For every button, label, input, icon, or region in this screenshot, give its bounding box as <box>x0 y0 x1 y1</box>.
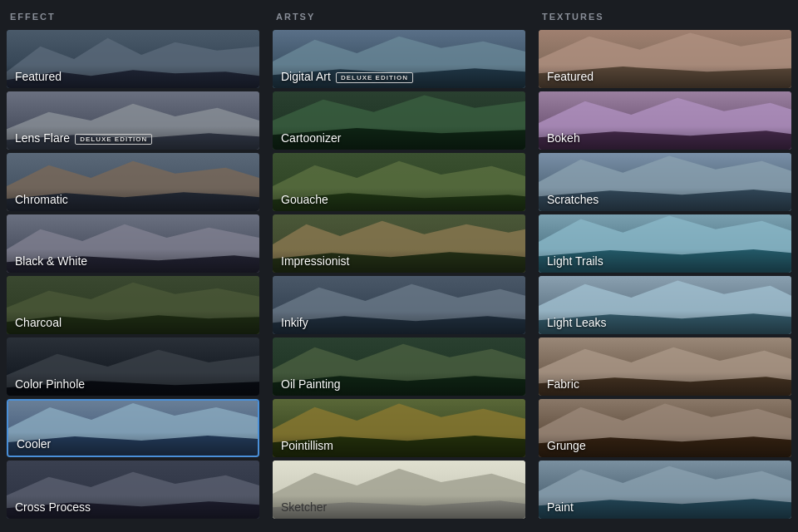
badge-lensflare: DELUXE EDITION <box>75 134 152 145</box>
item-label-pointillism: Pointillism <box>273 434 525 457</box>
item-label-crossprocess: Cross Process <box>7 495 259 519</box>
item-tex-lightleaks[interactable]: Light Leaks <box>539 276 791 334</box>
item-gouache[interactable]: Gouache <box>273 153 525 211</box>
item-label-tex-bokeh: Bokeh <box>539 126 791 150</box>
item-label-cartoonizer: Cartoonizer <box>273 126 525 150</box>
column-effect: EFFECTFeaturedLens FlareDELUXE EDITIONCh… <box>0 0 266 532</box>
item-tex-paint[interactable]: Paint <box>539 461 791 519</box>
column-header-effect: EFFECT <box>7 0 259 30</box>
item-cartoonizer[interactable]: Cartoonizer <box>273 91 525 150</box>
item-digitalart[interactable]: Digital ArtDELUXE EDITION <box>273 30 525 88</box>
column-textures: TEXTURESFeaturedBokehScratchesLight Trai… <box>532 0 798 532</box>
item-blackwhite[interactable]: Black & White <box>7 214 259 273</box>
item-sketcher[interactable]: Sketcher <box>273 461 525 519</box>
item-label-tex-fabric: Fabric <box>539 372 791 396</box>
item-label-colorpinhole: Color Pinhole <box>7 372 259 396</box>
item-label-tex-paint: Paint <box>539 495 791 519</box>
item-label-tex-grunge: Grunge <box>539 434 791 457</box>
column-artsy: ARTSYDigital ArtDELUXE EDITIONCartoonize… <box>266 0 532 532</box>
item-label-tex-lightleaks: Light Leaks <box>539 311 791 334</box>
item-colorpinhole[interactable]: Color Pinhole <box>7 337 259 396</box>
item-tex-featured[interactable]: Featured <box>539 30 791 88</box>
item-label-featured: Featured <box>7 65 259 88</box>
item-label-impressionist: Impressionist <box>273 249 525 273</box>
item-tex-lighttrails[interactable]: Light Trails <box>539 214 791 273</box>
item-label-gouache: Gouache <box>273 188 525 211</box>
item-tex-fabric[interactable]: Fabric <box>539 337 791 396</box>
item-label-cooler: Cooler <box>8 432 258 456</box>
item-label-tex-lighttrails: Light Trails <box>539 249 791 273</box>
item-cooler[interactable]: Cooler <box>7 399 259 457</box>
item-label-inkify: Inkify <box>273 311 525 334</box>
item-label-sketcher: Sketcher <box>273 495 525 519</box>
item-oilpainting[interactable]: Oil Painting <box>273 337 525 396</box>
item-label-tex-scratches: Scratches <box>539 188 791 211</box>
item-crossprocess[interactable]: Cross Process <box>7 461 259 519</box>
item-label-tex-featured: Featured <box>539 65 791 88</box>
item-tex-grunge[interactable]: Grunge <box>539 399 791 457</box>
item-charcoal[interactable]: Charcoal <box>7 276 259 334</box>
item-label-lensflare: Lens FlareDELUXE EDITION <box>7 126 259 150</box>
item-inkify[interactable]: Inkify <box>273 276 525 334</box>
column-header-artsy: ARTSY <box>273 0 525 30</box>
badge-digitalart: DELUXE EDITION <box>336 72 413 83</box>
item-label-oilpainting: Oil Painting <box>273 372 525 396</box>
item-featured[interactable]: Featured <box>7 30 259 88</box>
main-panel: EFFECTFeaturedLens FlareDELUXE EDITIONCh… <box>0 0 798 532</box>
item-tex-bokeh[interactable]: Bokeh <box>539 91 791 150</box>
item-label-digitalart: Digital ArtDELUXE EDITION <box>273 65 525 88</box>
item-label-chromatic: Chromatic <box>7 188 259 211</box>
item-lensflare[interactable]: Lens FlareDELUXE EDITION <box>7 91 259 150</box>
item-tex-scratches[interactable]: Scratches <box>539 153 791 211</box>
column-header-textures: TEXTURES <box>539 0 791 30</box>
item-label-charcoal: Charcoal <box>7 311 259 334</box>
item-chromatic[interactable]: Chromatic <box>7 153 259 211</box>
item-pointillism[interactable]: Pointillism <box>273 399 525 457</box>
item-impressionist[interactable]: Impressionist <box>273 214 525 273</box>
item-label-blackwhite: Black & White <box>7 249 259 273</box>
